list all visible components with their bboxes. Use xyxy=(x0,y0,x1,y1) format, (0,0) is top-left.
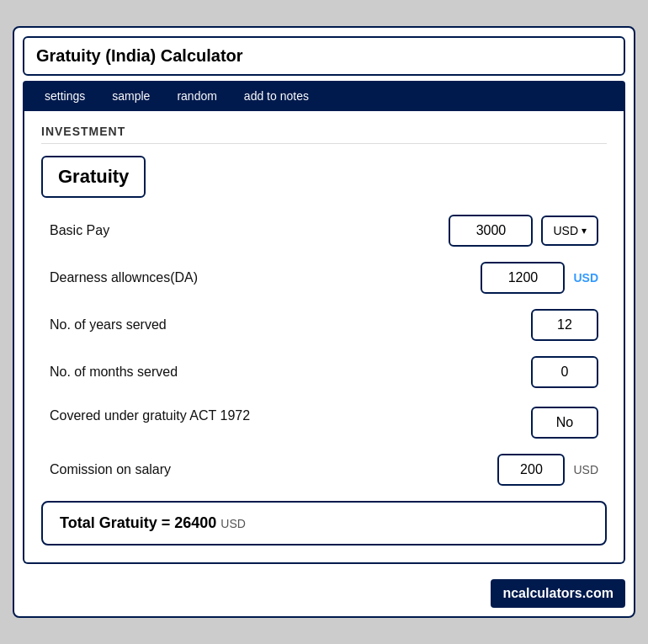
calculator-container: Gratuity (India) Calculator settings sam… xyxy=(13,26,635,618)
basic-pay-label: Basic Pay xyxy=(50,223,449,238)
years-served-label: No. of years served xyxy=(50,317,531,333)
years-served-row: No. of years served xyxy=(50,309,598,341)
covered-act-row: Covered under gratuity ACT 1972 xyxy=(50,403,598,439)
covered-act-label: Covered under gratuity ACT 1972 xyxy=(50,407,531,425)
da-label: Dearness allownces(DA) xyxy=(50,270,481,285)
content-area: INVESTMENT Gratuity Basic Pay USD Dearne… xyxy=(23,111,625,564)
basic-pay-input[interactable] xyxy=(449,215,533,247)
months-served-input[interactable] xyxy=(531,356,598,388)
brand-badge: ncalculators.com xyxy=(491,579,625,608)
commission-label: Comission on salary xyxy=(50,462,497,477)
basic-pay-currency-btn[interactable]: USD xyxy=(541,216,598,246)
nav-add-to-notes[interactable]: add to notes xyxy=(231,81,322,111)
months-served-input-area xyxy=(531,356,598,388)
total-value: 26400 xyxy=(174,514,216,531)
total-label: Total Gratuity xyxy=(60,514,157,531)
commission-input[interactable] xyxy=(497,454,565,486)
commission-currency-label: USD xyxy=(573,463,598,476)
basic-pay-row: Basic Pay USD xyxy=(50,215,598,247)
total-equals: = xyxy=(162,514,175,531)
nav-sample[interactable]: sample xyxy=(98,81,163,111)
commission-input-area: USD xyxy=(497,454,598,486)
nav-bar: settings sample random add to notes xyxy=(23,81,625,111)
da-row: Dearness allownces(DA) USD xyxy=(50,262,598,294)
section-label: INVESTMENT xyxy=(41,125,607,144)
covered-act-input-area xyxy=(531,407,598,439)
basic-pay-input-area: USD xyxy=(449,215,598,247)
gratuity-header: Gratuity xyxy=(41,156,146,198)
months-served-label: No. of months served xyxy=(50,365,531,380)
calculator-title: Gratuity (India) Calculator xyxy=(23,36,625,76)
da-input[interactable] xyxy=(481,262,565,294)
da-input-area: USD xyxy=(481,262,598,294)
total-row: Total Gratuity = 26400 USD xyxy=(41,501,607,546)
nav-random[interactable]: random xyxy=(163,81,230,111)
years-served-input-area xyxy=(531,309,598,341)
months-served-row: No. of months served xyxy=(50,356,598,388)
footer: ncalculators.com xyxy=(14,572,634,616)
covered-act-input[interactable] xyxy=(531,407,598,439)
da-currency-text: USD xyxy=(573,271,598,285)
commission-row: Comission on salary USD xyxy=(50,454,598,486)
total-unit: USD xyxy=(220,517,246,530)
nav-settings[interactable]: settings xyxy=(31,81,98,111)
years-served-input[interactable] xyxy=(531,309,598,341)
form-rows: Basic Pay USD Dearness allownces(DA) USD xyxy=(41,215,607,486)
